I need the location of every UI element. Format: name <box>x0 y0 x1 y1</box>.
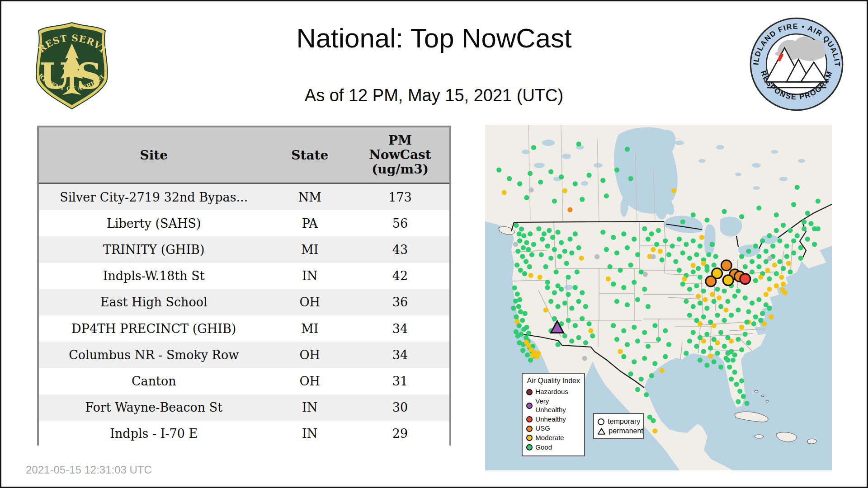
aqi-legend-label: Unhealthy <box>535 415 566 424</box>
aqi-color-dot <box>526 444 533 450</box>
aqi-legend-item: Good <box>526 443 580 452</box>
aqi-legend-label: Very Unhealthy <box>535 397 580 414</box>
cell-value: 173 <box>351 190 449 204</box>
temporary-circle-icon <box>598 418 604 425</box>
monitor-type-item: permanent <box>598 427 639 436</box>
aqi-legend-item: Moderate <box>526 434 580 442</box>
aqi-legend-items: HazardousVery UnhealthyUnhealthyUSGModer… <box>526 388 580 451</box>
page-title: National: Top NowCast <box>136 23 732 54</box>
cell-value: 56 <box>351 216 449 230</box>
cell-state: MI <box>269 322 351 336</box>
cell-state: OH <box>269 295 351 309</box>
cell-site: Liberty (SAHS) <box>39 216 269 230</box>
table-row: DP4TH PRECINCT (GHIB) MI 34 <box>39 315 449 342</box>
column-header-pm-nowcast: PM NowCast (ug/m3) <box>351 133 449 177</box>
cell-state: IN <box>269 427 351 441</box>
aqi-legend-label: Hazardous <box>535 388 568 396</box>
cell-value: 42 <box>351 269 449 283</box>
table-row: Liberty (SAHS) PA 56 <box>39 210 449 236</box>
cell-value: 34 <box>351 322 449 336</box>
column-header-site: Site <box>39 148 269 163</box>
forest-service-logo: FOREST SERVICE U S DEPARTMENT OF AGRICUL… <box>29 20 115 110</box>
monitor-type-label: temporary <box>608 417 640 426</box>
aqi-color-dot <box>526 389 533 395</box>
permanent-triangle-icon <box>598 428 605 435</box>
cell-site: Columbus NR - Smoky Row <box>39 348 269 362</box>
cell-state: MI <box>269 243 351 257</box>
aqi-legend-label: Moderate <box>535 434 564 442</box>
table-row: Indpls - I-70 E IN 29 <box>39 421 449 447</box>
table-row: TRINITY (GHIB) MI 43 <box>39 236 449 263</box>
monitor-type-label: permanent <box>609 427 643 436</box>
aqi-map: Air Quality Index HazardousVery Unhealth… <box>485 125 832 470</box>
cell-state: NM <box>269 190 351 204</box>
table-row: Fort Wayne-Beacon St IN 30 <box>39 394 449 421</box>
top-site-marker <box>721 260 731 271</box>
aqi-legend: Air Quality Index HazardousVery Unhealth… <box>522 373 585 456</box>
cell-site: Indpls-W.18th St <box>39 269 269 283</box>
cell-site: East High School <box>39 295 269 309</box>
cell-value: 34 <box>351 348 449 362</box>
cell-state: OH <box>269 348 351 362</box>
table-row: Silver City-2719 32nd Bypas... NM 173 <box>39 184 449 210</box>
cell-value: 43 <box>351 243 449 257</box>
cell-site: Silver City-2719 32nd Bypas... <box>39 190 269 204</box>
aqi-color-dot <box>526 416 533 422</box>
monitor-type-legend: temporarypermanent <box>593 413 644 439</box>
aqi-legend-label: Good <box>535 443 552 452</box>
cell-state: OH <box>269 374 351 388</box>
aqi-legend-item: USG <box>526 424 580 433</box>
monitor-type-items: temporarypermanent <box>598 417 639 436</box>
aqi-legend-item: Very Unhealthy <box>526 397 580 414</box>
top-site-marker <box>740 274 750 284</box>
table-row: Indpls-W.18th St IN 42 <box>39 263 449 289</box>
cell-site: DP4TH PRECINCT (GHIB) <box>39 322 269 336</box>
table-row: Columbus NR - Smoky Row OH 34 <box>39 342 449 368</box>
aqi-legend-label: USG <box>535 424 550 433</box>
cell-site: Indpls - I-70 E <box>39 427 269 441</box>
cell-value: 31 <box>351 374 449 388</box>
cell-state: IN <box>269 269 351 283</box>
cell-site: Canton <box>39 374 269 388</box>
cell-value: 30 <box>351 400 449 414</box>
top-site-marker <box>706 276 716 286</box>
aqi-legend-title: Air Quality Index <box>526 376 580 385</box>
cell-value: 29 <box>351 427 449 441</box>
cell-site: Fort Wayne-Beacon St <box>39 400 269 414</box>
aqi-color-dot <box>526 403 533 409</box>
top-site-marker <box>723 275 733 286</box>
table-header-row: Site State PM NowCast (ug/m3) <box>39 127 449 184</box>
report-page: FOREST SERVICE U S DEPARTMENT OF AGRICUL… <box>0 0 868 488</box>
aqi-color-dot <box>526 435 533 441</box>
aqi-color-dot <box>526 426 533 432</box>
table-body: Silver City-2719 32nd Bypas... NM 173 Li… <box>39 184 449 447</box>
cell-value: 36 <box>351 295 449 309</box>
page-subtitle: As of 12 PM, May 15, 2021 (UTC) <box>136 86 732 105</box>
monitor-type-item: temporary <box>598 417 639 426</box>
table-row: Canton OH 31 <box>39 368 449 394</box>
column-header-state: State <box>269 148 351 163</box>
aqi-legend-item: Hazardous <box>526 388 580 396</box>
cell-site: TRINITY (GHIB) <box>39 243 269 257</box>
cell-state: PA <box>269 216 351 230</box>
table-row: East High School OH 36 <box>39 289 449 315</box>
aqi-legend-item: Unhealthy <box>526 415 580 424</box>
footer-timestamp: 2021-05-15 12:31:03 UTC <box>26 464 152 476</box>
top-nowcast-table: Site State PM NowCast (ug/m3) Silver Cit… <box>37 126 451 446</box>
wfaqrp-logo: WILDLAND FIRE • AIR QUALITY RESPONSE PRO… <box>749 16 844 112</box>
cell-state: IN <box>269 400 351 414</box>
